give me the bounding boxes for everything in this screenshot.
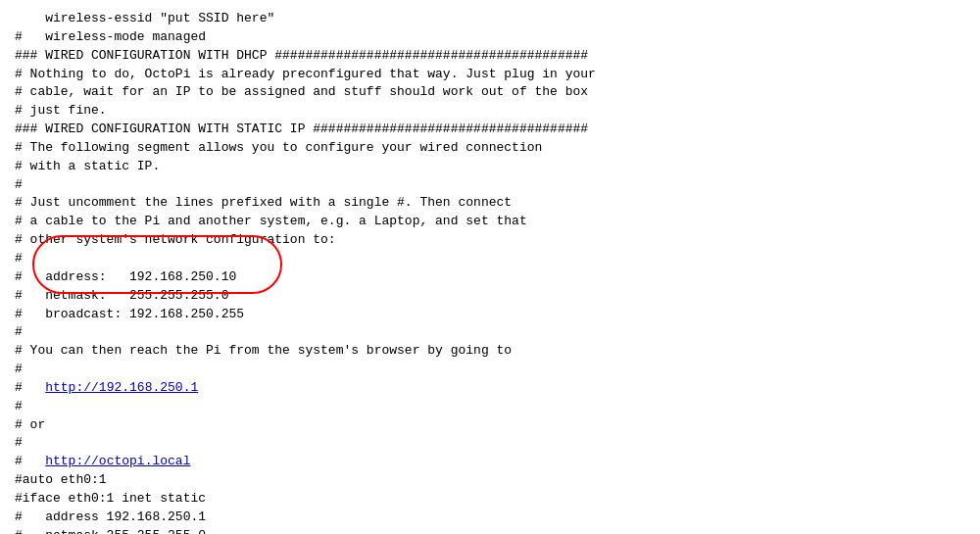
line-30: #iface eth0:1 inet static: [15, 490, 965, 509]
line-1: wireless-essid "put SSID here": [15, 10, 965, 28]
line-7: # just fine.: [15, 102, 965, 121]
line-2: # wireless-mode managed: [15, 28, 965, 47]
line-29: #auto eth0:1: [15, 471, 965, 490]
line-19: # broadcast: 192.168.250.255: [15, 306, 965, 324]
line-16: #: [15, 250, 965, 268]
line-6: # cable, wait for an IP to be assigned a…: [15, 83, 965, 102]
line-26: #: [15, 434, 965, 453]
line-5: # Nothing to do, OctoPi is already preco…: [15, 66, 965, 84]
line-25: # or: [15, 416, 965, 435]
line-22: #: [15, 361, 965, 379]
link-l23[interactable]: http://192.168.250.1: [45, 380, 198, 395]
line-23: # http://192.168.250.1: [15, 379, 965, 398]
line-15: # other system's network configuration t…: [15, 231, 965, 250]
line-17: # address: 192.168.250.10: [15, 268, 965, 287]
line-11: # with a static IP.: [15, 158, 965, 176]
line-27: # http://octopi.local: [15, 453, 965, 471]
link-l27[interactable]: http://octopi.local: [45, 454, 190, 468]
line-4: ### WIRED CONFIGURATION WITH DHCP ######…: [15, 47, 965, 66]
line-18: # netmask: 255.255.255.0: [15, 287, 965, 306]
line-20: #: [15, 323, 965, 342]
line-14: # a cable to the Pi and another system, …: [15, 213, 965, 231]
line-31: # address 192.168.250.1: [15, 509, 965, 527]
line-9: ### WIRED CONFIGURATION WITH STATIC IP #…: [15, 121, 965, 139]
line-13: # Just uncomment the lines prefixed with…: [15, 194, 965, 213]
editor-content: wireless-essid "put SSID here"# wireless…: [15, 10, 965, 534]
line-12: #: [15, 176, 965, 195]
line-21: # You can then reach the Pi from the sys…: [15, 342, 965, 361]
line-32: # netmask 255.255.255.0: [15, 527, 965, 534]
line-10: # The following segment allows you to co…: [15, 139, 965, 158]
line-24: #: [15, 398, 965, 416]
